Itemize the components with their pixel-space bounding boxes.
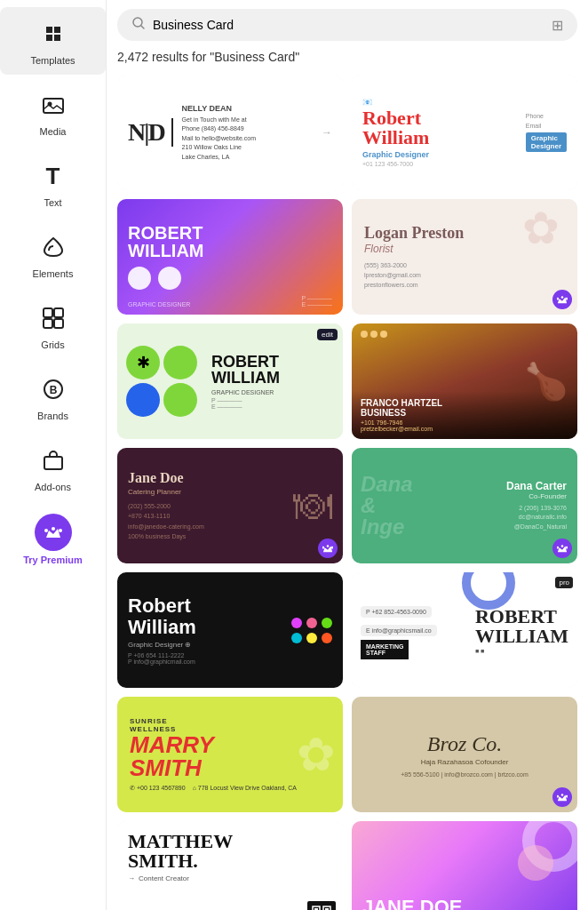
rw-green-info: ROBERTWILLIAM GRAPHIC DESIGNER P ————E —… [204, 354, 334, 410]
rw-green-name: ROBERTWILLIAM [211, 354, 334, 386]
nd-address: 210 Willow Oaks Line [182, 143, 256, 153]
food-dot1 [361, 331, 368, 338]
svg-rect-3 [54, 35, 60, 41]
nd-monogram: N|D [128, 118, 173, 147]
broz-premium-badge [552, 787, 572, 807]
dana-contact: 2 (206) 139-3076 dc@naturallc.info @Dana… [506, 504, 567, 532]
sidebar-item-premium[interactable]: Try Premium [0, 505, 106, 574]
logan-premium-badge [552, 290, 572, 309]
rw-green-circle1 [163, 346, 197, 379]
sidebar-item-media[interactable]: Media [0, 78, 106, 146]
template-card-9[interactable]: RobertWilliam Graphic Designer ⊕ P +06 6… [117, 572, 343, 688]
template-card-4[interactable]: ✿ Logan Preston Florist (555) 363-2000 l… [352, 199, 577, 315]
fashion-circles-svg [505, 821, 577, 894]
template-card-11[interactable]: SUNRISEWELLNESS MARRYSMITH ✆ +00 123 456… [117, 697, 343, 812]
template-card-7[interactable]: Jane Doe Catering Planner (202) 555-2000… [117, 448, 343, 563]
matthew-arrow: → [128, 874, 135, 882]
text-icon: T [36, 158, 71, 194]
card-nd-inner: N|D NELLY DEAN Get in Touch with Me at P… [117, 75, 343, 190]
svg-rect-1 [54, 27, 60, 33]
jane-dark-info: Jane Doe Catering Planner (202) 555-2000… [128, 470, 286, 541]
sidebar-label-addons: Add-ons [35, 482, 71, 492]
results-count: 2,472 results for "Business Card" [117, 50, 577, 64]
rw-black-title: Graphic Designer ⊕ [128, 641, 196, 649]
rw-black-dots [291, 618, 332, 643]
sidebar-item-grids[interactable]: Grids [0, 291, 106, 359]
template-card-14[interactable]: Jane Doe FASHION DESIGNER [352, 821, 577, 910]
card-rw-grad-inner: ROBERTWILLIAM GRAPHIC DESIGNER P ————E —… [117, 199, 343, 315]
svg-point-23 [557, 547, 559, 549]
card-jane-dark-inner: Jane Doe Catering Planner (202) 555-2000… [117, 448, 343, 563]
rw-green-title: GRAPHIC DESIGNER [211, 389, 334, 395]
sidebar-item-brands[interactable]: B Brands [0, 363, 106, 430]
rw1-title: Graphic Designer [362, 150, 519, 159]
rw-green-contact: P ————E ———— [211, 397, 334, 410]
food-dots [361, 331, 387, 338]
rw-grad-dots [128, 267, 332, 290]
filter-icon[interactable]: ⊞ [552, 17, 563, 34]
template-card-3[interactable]: ROBERTWILLIAM GRAPHIC DESIGNER P ————E —… [117, 199, 343, 315]
sidebar-item-addons[interactable]: Add-ons [0, 434, 106, 501]
matthew-qr [307, 901, 336, 910]
rw-green-circles: ✱ [126, 346, 197, 417]
sidebar: Templates Media T Text Elements [0, 0, 107, 910]
rw-blue-dots-row: ■ ■ [475, 648, 568, 654]
template-card-12[interactable]: Broz Co. Haja Razahasoa Cofounder +85 55… [352, 697, 577, 812]
rw1-name: RobertWilliam [362, 108, 519, 148]
card-rw-black-inner: RobertWilliam Graphic Designer ⊕ P +06 6… [117, 572, 343, 688]
template-card-6[interactable]: FRANCO HARTZELBUSINESS +101 796-7946pret… [352, 323, 577, 439]
template-card-1[interactable]: N|D NELLY DEAN Get in Touch with Me at P… [117, 75, 343, 190]
crown-icon-4 [557, 792, 568, 802]
svg-point-19 [566, 298, 568, 300]
rw1-contact: +01 123 456-7000 [362, 161, 519, 167]
crown-icon-2 [322, 543, 333, 554]
rw-green-circle2 [126, 383, 160, 417]
dot-pink [306, 618, 317, 628]
rw-green-badge: edit [317, 329, 338, 340]
svg-point-13 [44, 529, 48, 532]
sidebar-item-elements[interactable]: Elements [0, 220, 106, 288]
nd-name: NELLY DEAN [182, 103, 256, 116]
search-input[interactable] [153, 18, 544, 32]
template-card-2[interactable]: 📧 RobertWilliam Graphic Designer +01 123… [352, 75, 577, 190]
jane-dark-title: Catering Planner [128, 488, 286, 496]
food-dot3 [380, 331, 387, 338]
dana-name: Dana Carter [506, 480, 567, 492]
rw1-icon-area: 📧 [362, 98, 519, 107]
card-food-inner: FRANCO HARTZELBUSINESS +101 796-7946pret… [352, 323, 577, 439]
broz-subtitle: Haja Razahasoa Cofounder [421, 758, 509, 766]
sidebar-item-templates[interactable]: Templates [0, 7, 106, 75]
media-icon [36, 87, 71, 123]
template-card-5[interactable]: ✱ ROBERTWILLIAM GRAPHIC DESIGNER P ————E… [117, 323, 343, 439]
food-dot2 [370, 331, 377, 338]
dana-watermark: Dana&Inge [361, 474, 413, 538]
dana-premium-badge [552, 539, 572, 558]
jane-dark-name: Jane Doe [128, 470, 286, 486]
dot-cyan [291, 633, 302, 643]
svg-point-21 [327, 545, 330, 547]
jane-dark-contact: (202) 555-2000 +870 413-1110 info@janedo… [128, 501, 286, 541]
svg-text:B: B [49, 384, 57, 396]
premium-icon [35, 514, 72, 551]
rw-blue-left: P +62 852-4563-0090 E info@graphicsmail.… [361, 602, 463, 659]
sidebar-label-text: Text [44, 197, 61, 208]
dot-purple [291, 618, 302, 628]
sidebar-item-text[interactable]: T Text [0, 149, 106, 217]
svg-rect-8 [44, 319, 52, 328]
card-broz-inner: Broz Co. Haja Razahasoa Cofounder +85 55… [352, 697, 577, 812]
template-card-8[interactable]: Dana&Inge Dana Carter Co-Founder 2 (206)… [352, 448, 577, 563]
qr-icon [312, 906, 331, 910]
sidebar-label-brands: Brands [37, 411, 68, 421]
rw-grad-contact: P ————E ———— [301, 295, 332, 307]
matthew-content: MATTHEWSMITH. → Content Creator [128, 832, 332, 882]
elements-icon [36, 229, 71, 265]
brands-icon: B [36, 371, 71, 407]
template-card-13[interactable]: MATTHEWSMITH. → Content Creator [117, 821, 343, 910]
search-bar[interactable]: ⊞ [117, 9, 577, 41]
svg-point-27 [561, 794, 564, 796]
rw1-phone: Phone [526, 113, 567, 119]
template-card-10[interactable]: P +62 852-4563-0090 E info@graphicsmail.… [352, 572, 577, 688]
card-marry-inner: SUNRISEWELLNESS MARRYSMITH ✆ +00 123 456… [117, 697, 343, 812]
rw-grad-dot1 [128, 267, 151, 290]
svg-rect-9 [54, 319, 63, 328]
